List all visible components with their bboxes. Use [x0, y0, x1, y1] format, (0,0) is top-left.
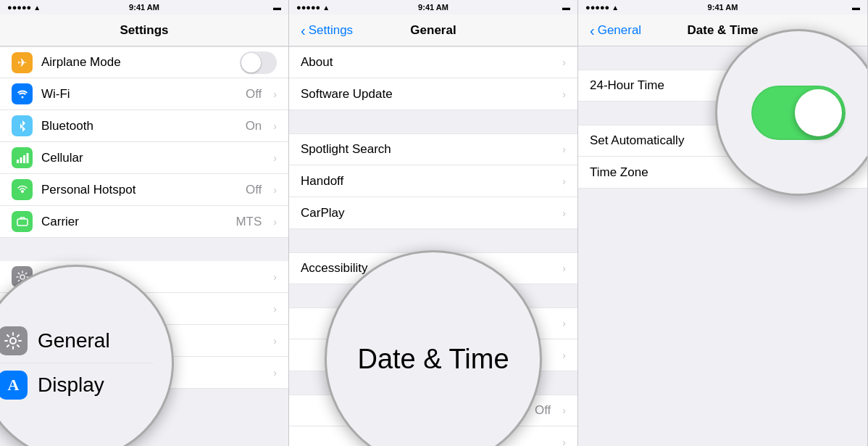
- bluetooth-icon-cell: [12, 115, 33, 136]
- wifi-2: ▲: [322, 4, 330, 12]
- bluetooth-item[interactable]: Bluetooth On ›: [0, 110, 288, 142]
- big-toggle-knob: [795, 89, 842, 136]
- cellular-item[interactable]: Cellular ›: [0, 142, 288, 174]
- hotspot-icon-cell: [12, 179, 33, 200]
- carrier-chevron: ›: [273, 216, 277, 228]
- signal-2: ●●●●●: [296, 3, 320, 12]
- about-label: About: [301, 55, 554, 70]
- hotspot-label: Personal Hotspot: [41, 183, 237, 197]
- section-divider-1: [0, 238, 288, 261]
- status-left-2: ●●●●● ▲: [296, 3, 330, 12]
- back-chevron-2: ‹: [301, 23, 306, 38]
- battery-indicator: ▬: [273, 3, 281, 12]
- section-divider-gen-1: [289, 110, 577, 133]
- hotspot-chevron: ›: [273, 184, 277, 196]
- spotlight-item[interactable]: Spotlight Search ›: [289, 133, 577, 165]
- svg-point-0: [21, 96, 23, 98]
- about-chevron: ›: [562, 57, 566, 68]
- general-chevron: ›: [273, 271, 277, 283]
- software-update-item[interactable]: Software Update ›: [289, 78, 577, 110]
- signal-dots: ●●●●●: [7, 3, 31, 12]
- svg-rect-4: [26, 153, 28, 163]
- phone-general: ●●●●● ▲ 9:41 AM ▬ ‹ Settings General Abo…: [289, 0, 578, 446]
- airplane-mode-toggle[interactable]: [240, 51, 277, 74]
- carplay-item[interactable]: CarPlay ›: [289, 197, 577, 229]
- handoff-chevron: ›: [562, 175, 566, 187]
- carplay-label: CarPlay: [301, 206, 554, 220]
- wifi-item[interactable]: Wi-Fi Off ›: [0, 78, 288, 110]
- phone-datetime: ●●●●● ▲ 9:41 AM ▬ ‹ General Date & Time …: [578, 0, 868, 446]
- back-chevron-3: ‹: [590, 23, 595, 38]
- back-label-3: General: [598, 23, 641, 38]
- handoff-item[interactable]: Handoff ›: [289, 165, 577, 197]
- sounds-chevron: ›: [273, 367, 277, 379]
- general-navbar: ‹ Settings General: [289, 15, 577, 46]
- wallpaper-chevron: ›: [273, 335, 277, 347]
- cellular-icon-cell: [12, 147, 33, 168]
- svg-rect-6: [17, 219, 28, 226]
- extra-chevron-3: ›: [562, 405, 566, 416]
- big-toggle[interactable]: [751, 86, 846, 140]
- status-bar-1: ●●●●● ▲ 9:41 AM ▬: [0, 0, 288, 15]
- toggle-knob: [241, 53, 261, 73]
- carrier-value: MTS: [235, 215, 262, 229]
- back-to-general[interactable]: ‹ General: [590, 23, 641, 38]
- circle-general-label: General: [38, 329, 110, 352]
- circle-display-item: A Display: [0, 363, 154, 407]
- extra-chevron-4: ›: [562, 437, 566, 447]
- about-item[interactable]: About ›: [289, 46, 577, 78]
- software-update-chevron: ›: [562, 88, 566, 100]
- bluetooth-chevron: ›: [273, 120, 277, 132]
- spotlight-chevron: ›: [562, 144, 566, 155]
- carplay-chevron: ›: [562, 207, 566, 219]
- wifi-3: ▲: [612, 4, 619, 12]
- circle-general-item: General: [0, 319, 154, 363]
- svg-point-7: [20, 275, 25, 279]
- svg-rect-2: [20, 157, 22, 163]
- circle-general-icon: [0, 326, 28, 355]
- status-bar-3: ●●●●● ▲ 9:41 AM ▬: [578, 0, 867, 15]
- back-to-settings[interactable]: ‹ Settings: [301, 23, 353, 38]
- wifi-chevron: ›: [273, 88, 277, 100]
- extra-chevron-2: ›: [562, 350, 566, 361]
- battery-3: ▬: [852, 3, 860, 12]
- cellular-label: Cellular: [41, 151, 264, 165]
- section-divider-gen-2: [289, 229, 577, 252]
- status-bar-2: ●●●●● ▲ 9:41 AM ▬: [289, 0, 577, 15]
- status-time-2: 9:41 AM: [418, 3, 448, 12]
- svg-rect-1: [17, 160, 19, 163]
- signal-3: ●●●●●: [585, 3, 609, 12]
- settings-navbar: Settings: [0, 15, 288, 46]
- status-signal: ●●●●● ▲: [7, 3, 41, 12]
- battery-2: ▬: [562, 3, 570, 12]
- cellular-chevron: ›: [273, 152, 277, 164]
- wifi-value: Off: [246, 87, 262, 102]
- phone-settings: ●●●●● ▲ 9:41 AM ▬ Settings ✈ Airplane Mo…: [0, 0, 289, 446]
- circle-display-label: Display: [38, 373, 104, 397]
- svg-rect-3: [23, 155, 25, 163]
- handoff-label: Handoff: [301, 174, 554, 189]
- hotspot-item[interactable]: Personal Hotspot Off ›: [0, 174, 288, 206]
- extra-value-3: Off: [535, 403, 551, 418]
- battery-icon: ▬: [273, 3, 281, 12]
- airplane-mode-item[interactable]: ✈ Airplane Mode: [0, 46, 288, 78]
- bluetooth-label: Bluetooth: [41, 119, 237, 133]
- back-label-2: Settings: [309, 23, 353, 38]
- circle-display-icon: A: [0, 371, 28, 400]
- datetime-empty-area: [578, 189, 867, 334]
- software-update-label: Software Update: [301, 87, 554, 102]
- wifi-icon-cell: [12, 83, 33, 104]
- circle-middle-text: Date & Time: [357, 344, 509, 375]
- display-chevron: ›: [273, 303, 277, 315]
- settings-nav-title: Settings: [120, 23, 168, 38]
- circle-left-content: General A Display: [0, 267, 172, 446]
- circle-right-content: [717, 31, 868, 194]
- general-nav-title: General: [410, 23, 456, 38]
- carrier-label: Carrier: [41, 215, 227, 229]
- airplane-mode-label: Airplane Mode: [41, 55, 231, 70]
- status-time-1: 9:41 AM: [129, 3, 159, 12]
- svg-point-5: [21, 190, 24, 193]
- carrier-item[interactable]: Carrier MTS ›: [0, 206, 288, 238]
- svg-point-11: [10, 338, 16, 344]
- status-time-3: 9:41 AM: [708, 3, 738, 12]
